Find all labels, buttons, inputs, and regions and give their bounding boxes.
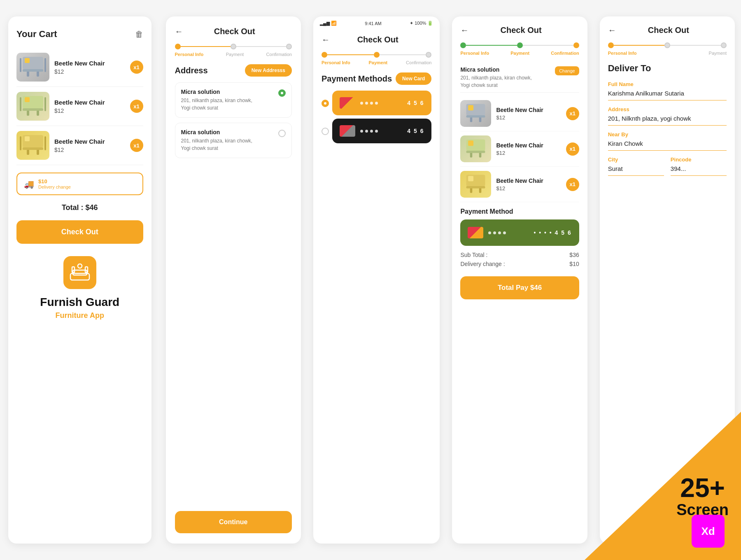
card-number-2: 4 5 6 (407, 128, 424, 134)
delivery-amount: $10 (38, 178, 71, 184)
payment-section-header: Payment Methods New Card (322, 72, 432, 85)
item-qty: x1 (566, 142, 579, 156)
new-address-button[interactable]: New Addresss (245, 64, 292, 77)
cart-item-price: $12 (54, 107, 125, 114)
progress-dot-1 (608, 42, 614, 48)
card-dots-2 (360, 130, 402, 133)
svg-rect-35 (466, 151, 485, 153)
card-radio-1[interactable] (322, 100, 329, 107)
item-price: $12 (496, 150, 561, 156)
progress-line-1 (181, 46, 231, 47)
new-card-button[interactable]: New Card (396, 72, 431, 85)
delivery-value: $10 (569, 261, 579, 267)
progress-labels-deliver: Personal Info Payment (608, 51, 727, 56)
svg-rect-18 (23, 147, 43, 150)
back-arrow-icon[interactable]: ← (460, 26, 468, 35)
checkout-nav: ← Check Out (175, 27, 292, 36)
card-dot (488, 231, 491, 234)
checkout-nav-items: ← Check Out (460, 26, 579, 35)
progress-label-personal: Personal Info (175, 52, 204, 57)
signal-icon: ▂▄▆ 📶 (320, 21, 337, 26)
svg-rect-27 (468, 105, 474, 110)
checkout-button[interactable]: Check Out (16, 220, 143, 244)
item-image (460, 135, 491, 162)
xd-badge: Xd (692, 515, 725, 548)
card-dot (365, 130, 368, 133)
progress-dot-3 (286, 44, 292, 49)
status-bar: ▂▄▆ 📶 9:41 AM ✦ 100% 🔋 (313, 16, 440, 28)
full-name-value: Karishma Anilkumar Sutaria (608, 90, 727, 100)
progress-dot-3 (426, 52, 431, 58)
cart-item-info: Beetle New Chair $12 (54, 60, 125, 75)
back-arrow-icon[interactable]: ← (608, 26, 616, 35)
progress-line-1 (614, 45, 664, 46)
progress-dot-1 (322, 52, 327, 58)
progress-line-1 (466, 45, 517, 46)
progress-dot-2 (517, 42, 523, 48)
card-radio-2[interactable] (322, 128, 329, 135)
checkout-address-panel: ← Check Out Personal Info Payment Confir… (166, 16, 301, 544)
address-radio-2[interactable] (278, 130, 286, 137)
progress-dot-2 (664, 42, 670, 48)
item-price: $12 (496, 114, 561, 121)
back-arrow-icon[interactable]: ← (322, 35, 330, 44)
address-radio-1[interactable] (278, 89, 286, 97)
city-column: City Surat (608, 151, 664, 176)
cart-item: Beetle New Chair $12 x1 (16, 126, 143, 165)
cart-item: Beetle New Chair $12 x1 (16, 48, 143, 87)
address-info-2: Micra solution 201, nilkanth plaza, kira… (181, 129, 274, 152)
trash-icon[interactable]: 🗑 (135, 30, 143, 39)
progress-line-1 (327, 54, 374, 55)
promo-text: 25+ Screen (676, 475, 729, 519)
card-dot (493, 231, 496, 234)
progress-bar-items (460, 42, 579, 48)
cart-total: Total : $46 (16, 203, 143, 212)
progress-label-personal: Personal Info (322, 60, 350, 65)
item-qty: x1 (566, 178, 579, 191)
checkout-nav-deliver: ← Check Out (608, 26, 727, 35)
full-name-label: Full Name (608, 81, 727, 87)
green-payment-card[interactable]: • • • • 4 5 6 (460, 219, 579, 246)
address-detail-2: 201, nilkanth plaza, kiran chowk,Yogi ch… (181, 137, 274, 152)
checkout-address-detail: 201, nilkanth plaza, kiran chowk,Yogi ch… (460, 74, 531, 89)
payment-method-section: Payment Method • • • • 4 5 6 (460, 208, 579, 252)
progress-line-2 (670, 45, 721, 46)
back-arrow-icon[interactable]: ← (175, 27, 183, 36)
address-card-1[interactable]: Micra solution 201, nilkanth plaza, kira… (175, 82, 292, 118)
total-pay-button[interactable]: Total Pay $46 (460, 276, 579, 299)
address-card-2[interactable]: Micra solution 201, nilkanth plaza, kira… (175, 123, 292, 158)
delivery-label: Delivery change : (460, 261, 505, 267)
card-dot (370, 102, 373, 105)
continue-button[interactable]: Continue (175, 511, 292, 533)
payment-card-orange[interactable]: 4 5 6 (332, 91, 432, 115)
progress-label-payment: Payment (226, 52, 244, 57)
address-value: 201, Nilknth plaza, yogi chowk (608, 115, 727, 126)
progress-dot-1 (175, 44, 181, 49)
progress-label-confirmation: Confirmation (266, 52, 292, 57)
checkout-title-pay: Check Out (334, 35, 422, 44)
progress-label-confirmation: Confirmation (551, 51, 579, 56)
card-icon-2 (340, 125, 355, 137)
item-info: Beetle New Chair $12 (496, 177, 561, 191)
payment-methods-title: Payment Methods (322, 74, 392, 84)
card-dot (365, 102, 368, 105)
card-dot (375, 130, 378, 133)
payment-method-title: Payment Method (460, 208, 579, 215)
app-subtitle: Furniture App (16, 311, 143, 320)
progress-labels: Personal Info Payment Confirmation (175, 52, 292, 57)
cart-item-qty: x1 (130, 61, 143, 74)
progress-label-payment: Payment (510, 51, 529, 56)
city-label: City (608, 156, 664, 163)
delivery-label: Delivery change (38, 184, 71, 189)
promo-number: 25+ (676, 475, 729, 501)
deliver-to-title: Deliver To (608, 63, 727, 74)
cart-title: Your Cart (16, 29, 57, 40)
delivery-box: 🚚 $10 Delivery change (16, 173, 143, 195)
change-address-button[interactable]: Change (555, 66, 579, 75)
cart-item-name: Beetle New Chair (54, 99, 125, 106)
cart-item-price: $12 (54, 68, 125, 75)
cart-header: Your Cart 🗑 (16, 29, 143, 40)
svg-rect-40 (466, 186, 485, 189)
payment-card-dark[interactable]: 4 5 6 (332, 119, 432, 143)
progress-line-2 (523, 45, 573, 46)
